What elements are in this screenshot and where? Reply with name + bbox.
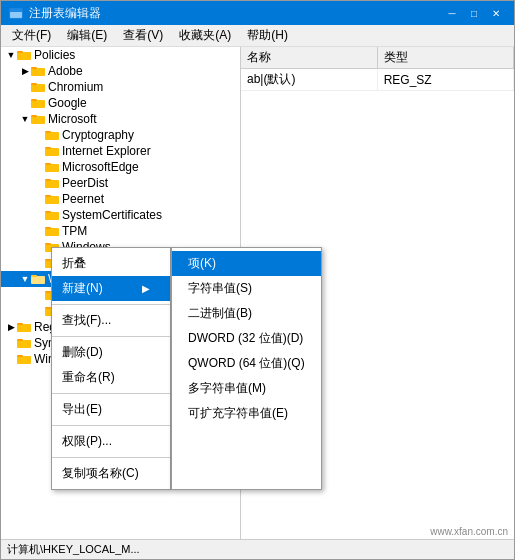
expand-icon-registeredap[interactable]: ▶ [5,321,17,333]
submenu-item-multistring[interactable]: 多字符串值(M) [172,376,321,401]
submenu-item-binary[interactable]: 二进制值(B) [172,301,321,326]
tree-item-syscerts[interactable]: SystemCertificates [1,207,240,223]
svg-rect-4 [31,68,45,76]
folder-icon-cryptography [45,129,59,141]
ctx-separator-5 [52,457,170,458]
submenu-item-key[interactable]: 项(K) [172,251,321,276]
expand-icon-chromium [19,81,31,93]
tree-item-msedge[interactable]: MicrosoftEdge [1,159,240,175]
folder-icon-syscerts [45,209,59,221]
tree-item-ie[interactable]: Internet Explorer [1,143,240,159]
ctx-item-rename[interactable]: 重命名(R) [52,365,170,390]
cell-type: REG_SZ [377,69,513,91]
svg-rect-20 [45,196,59,204]
table-row[interactable]: ab|(默认) REG_SZ [241,69,514,91]
ctx-separator-1 [52,304,170,305]
svg-rect-15 [45,147,51,149]
tree-label-ie: Internet Explorer [62,144,151,158]
ctx-item-permission[interactable]: 权限(P)... [52,429,170,454]
svg-rect-21 [45,195,51,197]
svg-rect-31 [31,275,37,277]
menu-help[interactable]: 帮助(H) [240,25,295,46]
expand-icon-winrar [5,353,17,365]
ctx-item-find[interactable]: 查找(F)... [52,308,170,333]
submenu-label-string: 字符串值(S) [188,281,252,295]
svg-rect-13 [45,131,51,133]
svg-rect-36 [17,324,31,332]
svg-rect-37 [17,323,23,325]
ctx-item-copy-name[interactable]: 复制项名称(C) [52,461,170,486]
expand-icon-peerdist [33,177,45,189]
menu-favorites[interactable]: 收藏夹(A) [172,25,238,46]
submenu-arrow-new: ▶ [142,283,150,294]
svg-rect-22 [45,212,59,220]
expand-icon-polic [33,289,45,301]
ctx-separator-3 [52,393,170,394]
folder-icon-policies [17,49,31,61]
svg-rect-25 [45,227,51,229]
ctx-label-collapse: 折叠 [62,255,86,272]
svg-rect-39 [17,339,23,341]
ctx-label-permission: 权限(P)... [62,433,112,450]
expand-icon-windowsadvanced [33,257,45,269]
status-text: 计算机\HKEY_LOCAL_M... [7,542,140,557]
close-button[interactable]: ✕ [486,5,506,21]
ctx-separator-4 [52,425,170,426]
expand-icon-policies[interactable]: ▼ [5,49,17,61]
submenu-label-qword: QWORD (64 位值)(Q) [188,356,305,370]
submenu-item-qword[interactable]: QWORD (64 位值)(Q) [172,351,321,376]
ctx-item-collapse[interactable]: 折叠 [52,251,170,276]
folder-icon-chromium [31,81,45,93]
expand-icon-tpm [33,225,45,237]
tree-item-tpm[interactable]: TPM [1,223,240,239]
folder-icon-registeredap [17,321,31,333]
svg-rect-19 [45,179,51,181]
submenu-item-dword[interactable]: DWORD (32 位值)(D) [172,326,321,351]
expand-icon-google [19,97,31,109]
tree-label-peerdist: PeerDist [62,176,108,190]
tree-label-google: Google [48,96,87,110]
submenu: 项(K) 字符串值(S) 二进制值(B) DWORD (32 位值)(D) QW… [171,247,322,490]
tree-item-peerdist[interactable]: PeerDist [1,175,240,191]
svg-rect-27 [45,243,51,245]
tree-item-google[interactable]: Google [1,95,240,111]
ctx-item-delete[interactable]: 删除(D) [52,340,170,365]
svg-rect-30 [31,276,45,284]
ctx-separator-2 [52,336,170,337]
tree-item-adobe[interactable]: ▶ Adobe [1,63,240,79]
menu-edit[interactable]: 编辑(E) [60,25,114,46]
svg-rect-24 [45,228,59,236]
svg-rect-9 [31,99,37,101]
ctx-item-export[interactable]: 导出(E) [52,397,170,422]
menu-view[interactable]: 查看(V) [116,25,170,46]
submenu-label-expandstring: 可扩充字符串值(E) [188,406,288,420]
folder-icon-tpm [45,225,59,237]
ctx-item-new[interactable]: 新建(N) ▶ [52,276,170,301]
expand-icon-ie [33,145,45,157]
tree-item-policies[interactable]: ▼ Policies [1,47,240,63]
minimize-button[interactable]: ─ [442,5,462,21]
registry-table: 名称 类型 ab|(默认) REG_SZ [241,47,514,91]
tree-item-microsoft[interactable]: ▼ Microsoft [1,111,240,127]
ctx-label-rename: 重命名(R) [62,369,115,386]
menu-file[interactable]: 文件(F) [5,25,58,46]
expand-icon-syscerts [33,209,45,221]
submenu-label-binary: 二进制值(B) [188,306,252,320]
folder-icon-winrar [17,353,31,365]
folder-icon-syncintegra [17,337,31,349]
tree-item-cryptography[interactable]: Cryptography [1,127,240,143]
folder-icon-adobe [31,65,45,77]
tree-item-chromium[interactable]: Chromium [1,79,240,95]
expand-icon-adobe[interactable]: ▶ [19,65,31,77]
expand-icon-microsoft[interactable]: ▼ [19,113,31,125]
folder-icon-peernet [45,193,59,205]
submenu-item-expandstring[interactable]: 可扩充字符串值(E) [172,401,321,426]
cell-name: ab|(默认) [241,69,377,91]
tree-item-peernet[interactable]: Peernet [1,191,240,207]
ctx-label-export: 导出(E) [62,401,102,418]
submenu-item-string[interactable]: 字符串值(S) [172,276,321,301]
expand-icon-windowsdefender[interactable]: ▼ [19,273,31,285]
tree-label-microsoft: Microsoft [48,112,97,126]
maximize-button[interactable]: □ [464,5,484,21]
submenu-label-key: 项(K) [188,256,216,270]
